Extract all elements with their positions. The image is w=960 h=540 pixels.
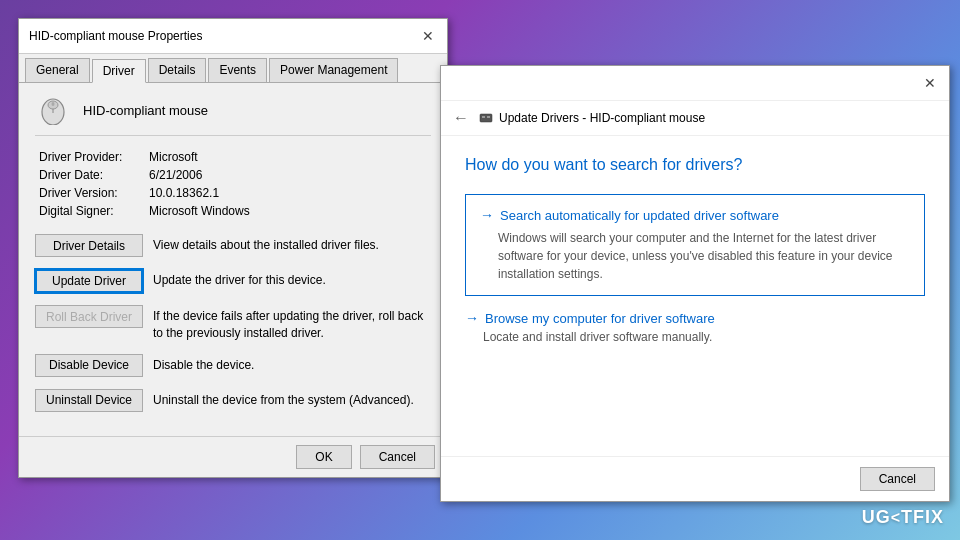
update-cancel-button[interactable]: Cancel	[860, 467, 935, 491]
tab-power-management[interactable]: Power Management	[269, 58, 398, 82]
browse-computer-link[interactable]: → Browse my computer for driver software…	[465, 310, 925, 344]
tab-details[interactable]: Details	[148, 58, 207, 82]
disable-device-button[interactable]: Disable Device	[35, 354, 143, 377]
driver-icon	[479, 111, 493, 125]
properties-footer: OK Cancel	[19, 436, 447, 477]
properties-dialog: HID-compliant mouse Properties ✕ General…	[18, 18, 448, 478]
update-nav-title: Update Drivers - HID-compliant mouse	[479, 111, 705, 125]
search-automatically-card[interactable]: → Search automatically for updated drive…	[465, 194, 925, 296]
tab-general[interactable]: General	[25, 58, 90, 82]
update-dialog: ✕ ← Update Drivers - HID-compliant mouse…	[440, 65, 950, 502]
uninstall-device-button[interactable]: Uninstall Device	[35, 389, 143, 412]
device-header: HID-compliant mouse	[35, 95, 431, 136]
info-row-version: Driver Version: 10.0.18362.1	[39, 186, 431, 200]
cancel-button[interactable]: Cancel	[360, 445, 435, 469]
tab-events[interactable]: Events	[208, 58, 267, 82]
roll-back-desc: If the device fails after updating the d…	[153, 305, 431, 342]
watermark-lt: <	[891, 509, 901, 526]
browse-label: Browse my computer for driver software	[485, 311, 715, 326]
browse-computer-desc: Locate and install driver software manua…	[483, 330, 925, 344]
update-title-text: Update Drivers - HID-compliant mouse	[499, 111, 705, 125]
version-value: 10.0.18362.1	[149, 186, 219, 200]
mouse-icon	[35, 95, 71, 125]
tab-driver[interactable]: Driver	[92, 59, 146, 83]
browse-computer-title: → Browse my computer for driver software	[465, 310, 925, 326]
action-row-roll-back: Roll Back Driver If the device fails aft…	[35, 305, 431, 342]
provider-label: Driver Provider:	[39, 150, 149, 164]
driver-details-button[interactable]: Driver Details	[35, 234, 143, 257]
signer-label: Digital Signer:	[39, 204, 149, 218]
info-row-date: Driver Date: 6/21/2006	[39, 168, 431, 182]
action-row-update-driver: Update Driver Update the driver for this…	[35, 269, 431, 293]
action-row-disable-device: Disable Device Disable the device.	[35, 354, 431, 377]
svg-rect-5	[482, 116, 485, 118]
action-row-uninstall-device: Uninstall Device Uninstall the device fr…	[35, 389, 431, 412]
search-auto-label: Search automatically for updated driver …	[500, 208, 779, 223]
provider-value: Microsoft	[149, 150, 198, 164]
update-heading: How do you want to search for drivers?	[465, 156, 925, 174]
search-automatically-title: → Search automatically for updated drive…	[480, 207, 910, 223]
update-driver-desc: Update the driver for this device.	[153, 269, 326, 289]
properties-close-button[interactable]: ✕	[419, 27, 437, 45]
driver-details-desc: View details about the installed driver …	[153, 234, 379, 254]
info-row-signer: Digital Signer: Microsoft Windows	[39, 204, 431, 218]
date-value: 6/21/2006	[149, 168, 202, 182]
uninstall-device-desc: Uninstall the device from the system (Ad…	[153, 389, 414, 409]
arrow-icon-1: →	[480, 207, 494, 223]
ok-button[interactable]: OK	[296, 445, 351, 469]
svg-rect-4	[480, 114, 492, 122]
back-button[interactable]: ←	[453, 109, 469, 127]
update-nav-bar: ← Update Drivers - HID-compliant mouse	[441, 101, 949, 136]
properties-body: HID-compliant mouse Driver Provider: Mic…	[19, 83, 447, 436]
action-row-driver-details: Driver Details View details about the in…	[35, 234, 431, 257]
update-titlebar: ✕	[441, 66, 949, 101]
disable-device-desc: Disable the device.	[153, 354, 254, 374]
info-table: Driver Provider: Microsoft Driver Date: …	[39, 150, 431, 218]
date-label: Driver Date:	[39, 168, 149, 182]
update-close-button[interactable]: ✕	[921, 74, 939, 92]
info-row-provider: Driver Provider: Microsoft	[39, 150, 431, 164]
update-footer: Cancel	[441, 456, 949, 501]
tabs-bar: General Driver Details Events Power Mana…	[19, 54, 447, 83]
update-driver-button[interactable]: Update Driver	[35, 269, 143, 293]
properties-titlebar: HID-compliant mouse Properties ✕	[19, 19, 447, 54]
svg-rect-6	[487, 116, 490, 118]
signer-value: Microsoft Windows	[149, 204, 250, 218]
version-label: Driver Version:	[39, 186, 149, 200]
search-automatically-desc: Windows will search your computer and th…	[498, 229, 910, 283]
update-body: How do you want to search for drivers? →…	[441, 136, 949, 456]
svg-point-3	[52, 102, 55, 106]
watermark: UG<TFIX	[862, 507, 944, 528]
roll-back-button[interactable]: Roll Back Driver	[35, 305, 143, 328]
arrow-icon-2: →	[465, 310, 479, 326]
properties-title: HID-compliant mouse Properties	[29, 29, 202, 43]
device-name: HID-compliant mouse	[83, 103, 208, 118]
